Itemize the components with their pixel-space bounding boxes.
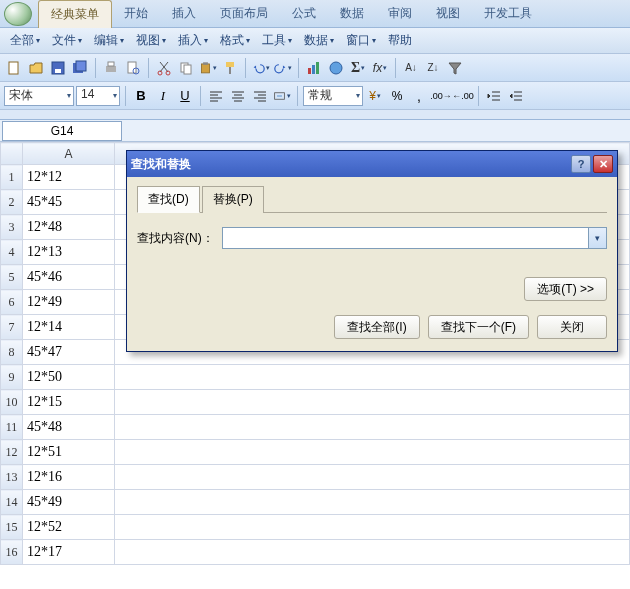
table-row[interactable]: 912*50 bbox=[1, 365, 630, 390]
open-icon[interactable] bbox=[26, 58, 46, 78]
table-row[interactable]: 1012*15 bbox=[1, 390, 630, 415]
menu-insert[interactable]: 插入▾ bbox=[172, 32, 214, 49]
find-input[interactable]: ▾ bbox=[222, 227, 607, 249]
ribbon-tab-layout[interactable]: 页面布局 bbox=[208, 0, 280, 27]
ribbon-tab-data[interactable]: 数据 bbox=[328, 0, 376, 27]
align-center-icon[interactable] bbox=[228, 86, 248, 106]
cell[interactable]: 12*50 bbox=[22, 365, 114, 390]
name-box[interactable]: G14 bbox=[2, 121, 122, 141]
undo-icon[interactable]: ▾ bbox=[251, 58, 271, 78]
saveall-icon[interactable] bbox=[70, 58, 90, 78]
preview-icon[interactable] bbox=[123, 58, 143, 78]
dialog-titlebar[interactable]: 查找和替换 ? ✕ bbox=[127, 151, 617, 177]
cell[interactable] bbox=[114, 365, 629, 390]
menu-all[interactable]: 全部▾ bbox=[4, 32, 46, 49]
menu-data[interactable]: 数据▾ bbox=[298, 32, 340, 49]
indent-dec-icon[interactable] bbox=[484, 86, 504, 106]
currency-icon[interactable]: ¥▾ bbox=[365, 86, 385, 106]
cell[interactable]: 45*45 bbox=[22, 190, 114, 215]
cell[interactable]: 12*14 bbox=[22, 315, 114, 340]
row-header[interactable]: 7 bbox=[1, 315, 23, 340]
dec-decimal-icon[interactable]: ←.00 bbox=[453, 86, 473, 106]
cell[interactable] bbox=[114, 540, 629, 565]
cell[interactable] bbox=[114, 515, 629, 540]
row-header[interactable]: 11 bbox=[1, 415, 23, 440]
menu-file[interactable]: 文件▾ bbox=[46, 32, 88, 49]
redo-icon[interactable]: ▾ bbox=[273, 58, 293, 78]
row-header[interactable]: 4 bbox=[1, 240, 23, 265]
dialog-help-button[interactable]: ? bbox=[571, 155, 591, 173]
table-row[interactable]: 1212*51 bbox=[1, 440, 630, 465]
chevron-down-icon[interactable]: ▾ bbox=[588, 228, 606, 248]
sort-asc-icon[interactable]: A↓ bbox=[401, 58, 421, 78]
cell[interactable]: 45*46 bbox=[22, 265, 114, 290]
underline-icon[interactable]: U bbox=[175, 86, 195, 106]
menu-tools[interactable]: 工具▾ bbox=[256, 32, 298, 49]
cell[interactable]: 45*48 bbox=[22, 415, 114, 440]
row-header[interactable]: 2 bbox=[1, 190, 23, 215]
tab-replace[interactable]: 替换(P) bbox=[202, 186, 264, 213]
tab-find[interactable]: 查找(D) bbox=[137, 186, 200, 213]
inc-decimal-icon[interactable]: .00→ bbox=[431, 86, 451, 106]
office-button[interactable] bbox=[4, 2, 32, 26]
cell[interactable]: 12*16 bbox=[22, 465, 114, 490]
options-button[interactable]: 选项(T) >> bbox=[524, 277, 607, 301]
menu-format[interactable]: 格式▾ bbox=[214, 32, 256, 49]
cell[interactable]: 12*15 bbox=[22, 390, 114, 415]
select-all-corner[interactable] bbox=[1, 143, 23, 165]
cell[interactable]: 12*48 bbox=[22, 215, 114, 240]
cell[interactable] bbox=[114, 415, 629, 440]
print-icon[interactable] bbox=[101, 58, 121, 78]
ribbon-tab-home[interactable]: 开始 bbox=[112, 0, 160, 27]
font-size-select[interactable]: 14▾ bbox=[76, 86, 120, 106]
row-header[interactable]: 10 bbox=[1, 390, 23, 415]
row-header[interactable]: 13 bbox=[1, 465, 23, 490]
cell[interactable] bbox=[114, 465, 629, 490]
row-header[interactable]: 16 bbox=[1, 540, 23, 565]
link-icon[interactable] bbox=[326, 58, 346, 78]
col-header-A[interactable]: A bbox=[22, 143, 114, 165]
menu-help[interactable]: 帮助 bbox=[382, 32, 418, 49]
font-name-select[interactable]: 宋体▾ bbox=[4, 86, 74, 106]
cell[interactable]: 12*17 bbox=[22, 540, 114, 565]
fx-icon[interactable]: fx▾ bbox=[370, 58, 390, 78]
cell[interactable]: 12*51 bbox=[22, 440, 114, 465]
ribbon-tab-formulas[interactable]: 公式 bbox=[280, 0, 328, 27]
dialog-close-x[interactable]: ✕ bbox=[593, 155, 613, 173]
sort-desc-icon[interactable]: Z↓ bbox=[423, 58, 443, 78]
row-header[interactable]: 6 bbox=[1, 290, 23, 315]
menu-view[interactable]: 视图▾ bbox=[130, 32, 172, 49]
table-row[interactable]: 1312*16 bbox=[1, 465, 630, 490]
cell[interactable]: 45*49 bbox=[22, 490, 114, 515]
formatpainter-icon[interactable] bbox=[220, 58, 240, 78]
ribbon-tab-classic[interactable]: 经典菜单 bbox=[38, 0, 112, 28]
menu-window[interactable]: 窗口▾ bbox=[340, 32, 382, 49]
row-header[interactable]: 8 bbox=[1, 340, 23, 365]
comma-icon[interactable]: , bbox=[409, 86, 429, 106]
ribbon-tab-view[interactable]: 视图 bbox=[424, 0, 472, 27]
save-icon[interactable] bbox=[48, 58, 68, 78]
new-icon[interactable] bbox=[4, 58, 24, 78]
align-right-icon[interactable] bbox=[250, 86, 270, 106]
italic-icon[interactable]: I bbox=[153, 86, 173, 106]
indent-inc-icon[interactable] bbox=[506, 86, 526, 106]
close-button[interactable]: 关闭 bbox=[537, 315, 607, 339]
table-row[interactable]: 1445*49 bbox=[1, 490, 630, 515]
bold-icon[interactable]: B bbox=[131, 86, 151, 106]
table-row[interactable]: 1512*52 bbox=[1, 515, 630, 540]
table-row[interactable]: 1145*48 bbox=[1, 415, 630, 440]
row-header[interactable]: 3 bbox=[1, 215, 23, 240]
cell[interactable]: 45*47 bbox=[22, 340, 114, 365]
cell[interactable]: 12*52 bbox=[22, 515, 114, 540]
align-left-icon[interactable] bbox=[206, 86, 226, 106]
paste-icon[interactable]: ▾ bbox=[198, 58, 218, 78]
percent-icon[interactable]: % bbox=[387, 86, 407, 106]
filter-icon[interactable] bbox=[445, 58, 465, 78]
row-header[interactable]: 9 bbox=[1, 365, 23, 390]
find-next-button[interactable]: 查找下一个(F) bbox=[428, 315, 529, 339]
sum-icon[interactable]: Σ▾ bbox=[348, 58, 368, 78]
cell[interactable]: 12*13 bbox=[22, 240, 114, 265]
table-row[interactable]: 1612*17 bbox=[1, 540, 630, 565]
row-header[interactable]: 1 bbox=[1, 165, 23, 190]
chart-icon[interactable] bbox=[304, 58, 324, 78]
